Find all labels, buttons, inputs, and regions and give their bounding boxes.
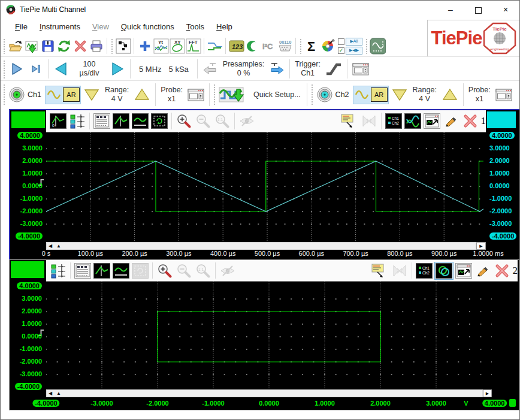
g1-edit-colors-button[interactable] bbox=[442, 113, 460, 129]
print-button[interactable] bbox=[88, 38, 104, 54]
g2-table-view-button[interactable] bbox=[74, 262, 92, 279]
g2-zoom-reset-button[interactable]: 1:1 bbox=[194, 262, 212, 279]
graph2-hscrollbar[interactable]: ◀ ▲ bbox=[46, 389, 483, 397]
g2-hide-trace-button[interactable] bbox=[219, 262, 237, 279]
ch1-range-up-button[interactable] bbox=[131, 87, 153, 103]
start-button[interactable] bbox=[7, 61, 26, 77]
object-tree-button[interactable] bbox=[115, 38, 131, 54]
g2-graph-view-button[interactable] bbox=[93, 262, 111, 279]
graph2-trigger-position-marker[interactable]: ▲ bbox=[56, 391, 61, 397]
range-end-button[interactable]: -4.0000 bbox=[10, 232, 43, 241]
g1-zoom-region-button[interactable] bbox=[150, 113, 168, 129]
add-instrument-button[interactable] bbox=[137, 38, 153, 54]
trigger-slope-button[interactable] bbox=[323, 61, 344, 77]
quick-setup-button[interactable] bbox=[217, 87, 250, 103]
ch2-autorange-button[interactable]: AR bbox=[371, 87, 388, 102]
minimize-button[interactable]: – bbox=[437, 1, 464, 19]
graph1-plot[interactable] bbox=[46, 132, 486, 242]
refresh-button[interactable] bbox=[56, 38, 72, 54]
serial-button[interactable]: 00110 bbox=[277, 38, 293, 54]
graph2-scroll-right-button[interactable]: ▶ bbox=[483, 389, 492, 397]
g2-edit-colors-button[interactable] bbox=[474, 262, 492, 279]
g2-open-in-window-button[interactable] bbox=[455, 262, 473, 279]
import-data-button[interactable] bbox=[23, 38, 40, 54]
play-all-toggle[interactable]: ▶All bbox=[338, 38, 362, 46]
g2-yt-xy-toggle-button[interactable] bbox=[434, 262, 454, 280]
g1-zoom-in-button[interactable] bbox=[175, 113, 193, 129]
g2-envelope-view-button[interactable] bbox=[112, 262, 130, 279]
g2-zoom-region-button[interactable] bbox=[131, 262, 149, 279]
add-yt-graph-button[interactable]: Yt bbox=[153, 38, 169, 54]
g2-delete-comment-button[interactable] bbox=[391, 262, 409, 279]
g1-zero-axis-button[interactable]: 0 bbox=[49, 113, 67, 129]
quick-setup-label[interactable]: Quick Setup... bbox=[253, 90, 301, 99]
graph1-trigger-position-marker[interactable]: ▲ bbox=[56, 243, 61, 249]
menu-item-quick-functions[interactable]: Quick functions bbox=[115, 19, 180, 35]
g1-delete-comment-button[interactable] bbox=[360, 113, 378, 129]
trigger-settings-button[interactable] bbox=[350, 61, 371, 77]
menu-item-view[interactable]: View bbox=[86, 19, 115, 35]
ch2-range-down-button[interactable] bbox=[389, 87, 410, 103]
menu-item-file[interactable]: File bbox=[9, 19, 34, 35]
crescent-button[interactable] bbox=[244, 38, 261, 54]
presamples-decrease-button[interactable] bbox=[200, 61, 220, 77]
toolbar-grip[interactable] bbox=[365, 38, 368, 54]
ch2-enable-button[interactable] bbox=[315, 87, 334, 103]
g2-legend-button[interactable]: Ch1Ch2 bbox=[415, 262, 433, 279]
g1-open-in-window-button[interactable] bbox=[423, 113, 441, 129]
g1-add-comment-button[interactable] bbox=[337, 113, 359, 129]
ch1-autorange-button[interactable]: AR bbox=[63, 87, 80, 102]
timebase-faster-button[interactable] bbox=[107, 61, 128, 77]
g2-delete-graph-button[interactable] bbox=[493, 262, 511, 279]
g1-delete-graph-button[interactable] bbox=[461, 113, 479, 129]
toolbar-grip[interactable] bbox=[3, 38, 6, 54]
toolbar-grip[interactable] bbox=[3, 59, 6, 78]
add-xy-graph-button[interactable]: XY bbox=[169, 38, 185, 54]
range-end-button[interactable]: -4.0000 bbox=[32, 399, 59, 407]
ch1-enable-button[interactable] bbox=[7, 87, 26, 103]
g2-add-comment-button[interactable] bbox=[368, 262, 389, 279]
range-end-button[interactable]: 4.0000 bbox=[10, 282, 42, 291]
ch1-signal-type-button[interactable] bbox=[46, 87, 62, 103]
presamples-increase-button[interactable] bbox=[267, 61, 287, 77]
maximize-button[interactable] bbox=[464, 1, 492, 19]
range-end-button[interactable]: -4.0000 bbox=[489, 232, 516, 241]
menu-item-instruments[interactable]: Instruments bbox=[34, 19, 86, 35]
graph2-plot[interactable] bbox=[46, 282, 492, 389]
g1-zoom-reset-button[interactable]: 1:1 bbox=[213, 113, 231, 129]
g2-zoom-in-button[interactable] bbox=[156, 262, 174, 279]
range-end-button[interactable]: 4.0000 bbox=[482, 399, 507, 407]
title-bar[interactable]: TiePie Multi Channel – × bbox=[1, 1, 519, 19]
color-picker-button[interactable] bbox=[320, 38, 336, 54]
range-end-button[interactable]: 4.0000 bbox=[10, 131, 43, 140]
play-step-toggle[interactable]: ✓ ▶◀▶ bbox=[338, 47, 362, 55]
close-button[interactable]: × bbox=[492, 1, 519, 19]
g1-zoom-out-button[interactable] bbox=[194, 113, 212, 129]
sum-button[interactable]: Σ bbox=[304, 38, 320, 54]
scroll-left-icon[interactable]: ◀ bbox=[49, 391, 52, 397]
ch2-settings-button[interactable] bbox=[493, 87, 515, 103]
one-shot-button[interactable] bbox=[26, 61, 46, 77]
g2-offsets-button[interactable] bbox=[49, 262, 67, 279]
menu-item-help[interactable]: Help bbox=[210, 19, 238, 35]
g1-graph-view-button[interactable] bbox=[112, 113, 130, 129]
i2c-button[interactable]: I²C bbox=[261, 38, 277, 54]
graph1-hscrollbar[interactable]: ◀ ▲ bbox=[46, 242, 476, 250]
g1-offsets-button[interactable] bbox=[68, 113, 86, 129]
step-response-button[interactable] bbox=[207, 38, 223, 54]
g1-yt-xy-toggle-button[interactable] bbox=[404, 113, 422, 129]
toolbar-grip[interactable] bbox=[3, 83, 6, 106]
g1-envelope-view-button[interactable] bbox=[131, 113, 149, 129]
menu-item-tools[interactable]: Tools bbox=[180, 19, 210, 35]
range-end-button[interactable]: -4.0000 bbox=[10, 382, 42, 391]
meter-button[interactable]: 123 bbox=[228, 38, 244, 54]
range-end-button[interactable]: 4.0000 bbox=[489, 131, 515, 140]
settings-button[interactable] bbox=[370, 38, 386, 54]
save-button[interactable] bbox=[40, 38, 56, 54]
g2-zoom-out-button[interactable] bbox=[175, 262, 193, 279]
add-fft-graph-button[interactable]: FFT bbox=[185, 38, 201, 54]
toolbar-grip[interactable] bbox=[311, 83, 314, 106]
g1-legend-button[interactable]: Ch1Ch2 bbox=[385, 113, 403, 129]
graph1-scroll-right-button[interactable]: ▶ bbox=[476, 242, 486, 250]
timebase-slower-button[interactable] bbox=[51, 61, 71, 77]
